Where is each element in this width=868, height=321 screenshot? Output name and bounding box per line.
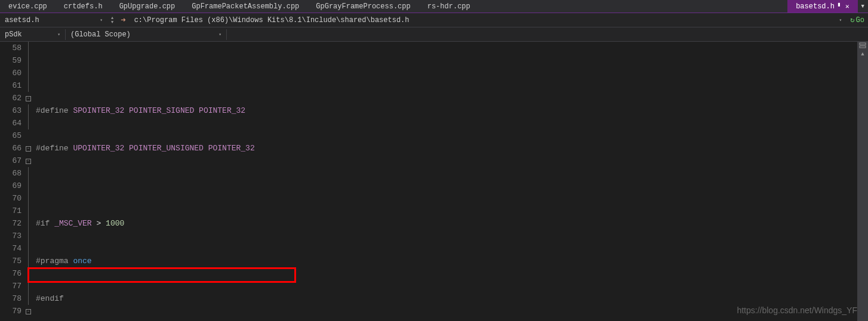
tab-file[interactable]: rs-hdr.cpp — [419, 0, 479, 13]
file-path: c:\Program Files (x86)\Windows Kits\8.1\… — [132, 16, 412, 24]
fold-line — [28, 292, 33, 305]
fold-line — [28, 280, 33, 292]
fold-minus-icon[interactable]: - — [26, 159, 31, 164]
fold-line — [28, 54, 33, 67]
tab-file[interactable]: crtdefs.h — [56, 0, 111, 13]
fold-line — [28, 180, 33, 192]
fold-line — [28, 104, 33, 117]
fold-line — [28, 267, 33, 280]
code-content[interactable]: #define SPOINTER_32 POINTER_SIGNED POINT… — [33, 42, 868, 321]
fold-line — [28, 42, 33, 54]
tab-file[interactable]: evice.cpp — [0, 0, 56, 13]
vertical-scrollbar[interactable]: ▲ — [857, 42, 868, 321]
split-icon[interactable] — [857, 42, 868, 49]
fold-minus-icon[interactable]: - — [26, 309, 31, 314]
close-icon[interactable]: ✕ — [845, 2, 849, 10]
fold-line — [28, 242, 33, 255]
tab-file[interactable]: GpGrayFrameProcess.cpp — [307, 0, 418, 13]
fold-line — [28, 217, 33, 230]
fold-line — [28, 117, 33, 129]
line-number-gutter: 58 59 60 61 62 63 64 65 66 67 68 69 70 7… — [0, 42, 25, 321]
context-bar: pSdk ▾ (Global Scope) ▾ — [0, 27, 868, 42]
dropdown-arrow-icon: ▾ — [218, 32, 221, 37]
scope-dropdown[interactable]: (Global Scope) ▾ — [66, 29, 227, 40]
fold-line — [28, 205, 33, 217]
file-dropdown[interactable]: asetsd.h ▾ — [0, 15, 107, 26]
nav-history-arrows[interactable]: ▲ ▼ — [110, 16, 115, 24]
fold-line — [28, 67, 33, 79]
fold-column: - - - - — [25, 42, 33, 321]
svg-rect-0 — [860, 43, 866, 45]
tab-bar: evice.cpp crtdefs.h GpUpgrade.cpp GpFram… — [0, 0, 868, 13]
go-arrow-icon: ↻ — [850, 16, 854, 24]
dropdown-arrow-icon: ▾ — [57, 32, 60, 37]
forward-arrow-icon[interactable]: ➜ — [117, 15, 129, 25]
pin-icon[interactable]: ▘ — [838, 3, 842, 10]
tab-overflow-icon[interactable]: ▼ — [858, 4, 868, 10]
fold-line — [28, 79, 33, 92]
fold-line — [28, 167, 33, 180]
tab-file[interactable]: GpFramePacketAssembly.cpp — [183, 0, 307, 13]
project-dropdown[interactable]: pSdk ▾ — [0, 29, 66, 40]
scroll-up-icon[interactable]: ▲ — [857, 49, 868, 60]
watermark-text: https://blog.csdn.net/Windgs_YF — [737, 305, 857, 315]
svg-rect-1 — [860, 46, 866, 48]
tab-file-active[interactable]: basetsd.h ▘ ✕ — [787, 0, 857, 13]
fold-line — [28, 230, 33, 242]
dropdown-arrow-icon: ▾ — [100, 17, 103, 23]
tab-file[interactable]: GpUpgrade.cpp — [111, 0, 184, 13]
fold-minus-icon[interactable]: - — [26, 96, 31, 101]
navigation-bar: asetsd.h ▾ ▲ ▼ ➜ c:\Program Files (x86)\… — [0, 13, 868, 27]
code-editor[interactable]: 58 59 60 61 62 63 64 65 66 67 68 69 70 7… — [0, 42, 868, 321]
fold-minus-icon[interactable]: - — [26, 146, 31, 152]
go-button[interactable]: ↻ Go — [847, 16, 868, 24]
path-dropdown-icon[interactable]: ▾ — [837, 17, 845, 23]
fold-line — [28, 192, 33, 205]
fold-line — [28, 255, 33, 267]
down-arrow-icon[interactable]: ▼ — [111, 20, 113, 24]
